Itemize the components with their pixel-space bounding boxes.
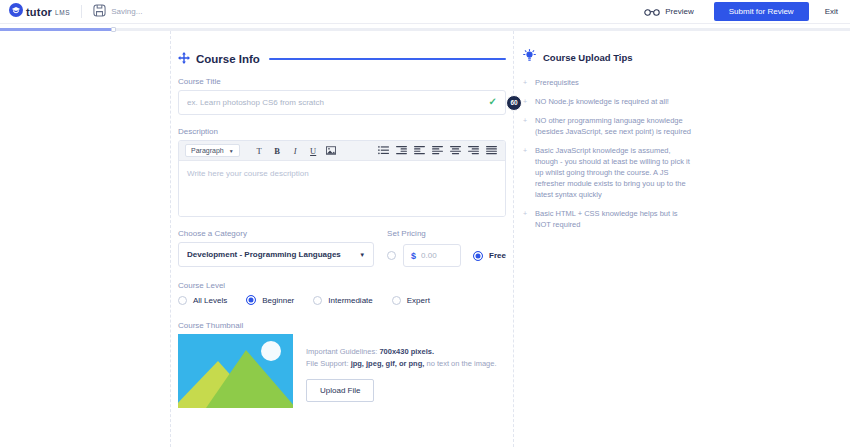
- graduation-cap-icon: [9, 3, 23, 21]
- paid-radio[interactable]: [387, 251, 396, 260]
- course-title-field: ✓ 60: [178, 90, 506, 115]
- radio-label: All Levels: [193, 296, 227, 305]
- tip-text: Basic HTML + CSS knowledge helps but is …: [535, 208, 693, 230]
- chevron-down-icon: ▼: [229, 148, 234, 154]
- pricing-field: Set Pricing $ Free: [387, 229, 506, 267]
- tip-item: +Basic HTML + CSS knowledge helps but is…: [523, 208, 693, 230]
- radio-label: Expert: [407, 296, 430, 305]
- tip-text: Basic JavaScript knowledge is assumed, t…: [535, 145, 693, 200]
- course-upload-tips-sidebar: Course Upload Tips +Prerequisites+NO Nod…: [523, 48, 693, 238]
- course-level-label: Course Level: [178, 281, 506, 290]
- description-textarea[interactable]: [179, 161, 505, 216]
- exit-button[interactable]: Exit: [825, 7, 838, 16]
- logo-text: tutor: [26, 6, 52, 18]
- toolbar-icons-left: TBIU: [252, 143, 339, 158]
- rich-text-editor: Paragraph ▼ TBIU: [178, 140, 506, 217]
- tip-item: +Basic JavaScript knowledge is assumed, …: [523, 145, 693, 200]
- saving-label: Saving...: [111, 7, 142, 16]
- italic-icon[interactable]: I: [288, 143, 303, 158]
- tip-text: NO Node.js knowledge is required at all!: [535, 96, 669, 107]
- free-radio-option[interactable]: Free: [473, 251, 506, 261]
- submit-for-review-button[interactable]: Submit for Review: [714, 2, 809, 21]
- bold-icon[interactable]: B: [270, 143, 285, 158]
- course-level-options: All LevelsBeginnerIntermediateExpert: [178, 295, 506, 305]
- guideline-text: Important Guidelines: 700x430 pixels.: [306, 346, 497, 358]
- logo-suffix: LMS: [55, 9, 70, 16]
- underline-icon[interactable]: U: [306, 143, 321, 158]
- top-bar: tutor LMS Saving... Preview Submit for R…: [0, 0, 850, 24]
- justify-icon[interactable]: [484, 143, 499, 158]
- check-icon: ✓: [489, 97, 497, 107]
- course-level-option-expert[interactable]: Expert: [392, 296, 430, 305]
- text-color-icon[interactable]: T: [252, 143, 267, 158]
- category-value: Development - Programming Languages: [187, 250, 341, 259]
- tutor-lms-logo[interactable]: tutor LMS: [9, 3, 70, 21]
- saving-status: Saving...: [93, 3, 142, 21]
- category-dropdown[interactable]: Development - Programming Languages ▼: [178, 242, 374, 267]
- category-label: Choose a Category: [178, 229, 374, 238]
- course-level-field: Course Level All LevelsBeginnerIntermedi…: [178, 281, 506, 305]
- preview-button[interactable]: Preview: [644, 3, 693, 21]
- plus-icon: +: [523, 208, 527, 230]
- indent-icon[interactable]: [412, 143, 427, 158]
- align-center-icon[interactable]: [448, 143, 463, 158]
- pricing-label: Set Pricing: [387, 229, 506, 238]
- course-level-option-beginner[interactable]: Beginner: [246, 295, 294, 305]
- radio-icon: [392, 296, 401, 305]
- image-icon[interactable]: [324, 143, 339, 158]
- editor-toolbar: Paragraph ▼ TBIU: [179, 141, 505, 161]
- course-title-label: Course Title: [178, 77, 506, 86]
- tip-text: Prerequisites: [535, 77, 579, 88]
- course-level-option-intermediate[interactable]: Intermediate: [313, 296, 372, 305]
- category-pricing-row: Choose a Category Development - Programm…: [178, 229, 506, 267]
- divider: [81, 5, 82, 18]
- paragraph-style-dropdown[interactable]: Paragraph ▼: [185, 144, 240, 157]
- course-title-input[interactable]: [178, 90, 506, 115]
- course-thumbnail-field: Course Thumbnail Important Guidelines: 7…: [178, 321, 506, 408]
- move-icon[interactable]: [178, 50, 190, 68]
- tips-list: +Prerequisites+NO Node.js knowledge is r…: [523, 77, 693, 230]
- radio-label: Intermediate: [328, 296, 372, 305]
- upload-file-button[interactable]: Upload File: [306, 379, 374, 402]
- file-support-text: File Support: jpg, jpeg, gif, or png, no…: [306, 358, 497, 370]
- lightbulb-icon: [523, 48, 536, 66]
- bullet-list-icon[interactable]: [376, 143, 391, 158]
- progress-knob[interactable]: [111, 27, 116, 32]
- radio-label: Beginner: [262, 296, 294, 305]
- course-info-panel: Course Info Course Title ✓ 60 Descriptio…: [170, 31, 514, 447]
- tip-text: NO other programming language knowledge …: [535, 115, 693, 137]
- course-thumbnail-label: Course Thumbnail: [178, 321, 506, 330]
- paragraph-style-value: Paragraph: [191, 147, 224, 154]
- outdent-icon[interactable]: [394, 143, 409, 158]
- price-amount-input[interactable]: [421, 251, 453, 260]
- toolbar-icons-right: [376, 143, 499, 158]
- radio-icon: [473, 251, 483, 261]
- description-label: Description: [178, 127, 506, 136]
- tip-item: +NO Node.js knowledge is required at all…: [523, 96, 693, 107]
- align-left-icon[interactable]: [430, 143, 445, 158]
- price-amount-box: $: [403, 244, 461, 267]
- radio-icon: [313, 296, 322, 305]
- radio-icon: [178, 296, 187, 305]
- radio-icon: [246, 295, 256, 305]
- free-label: Free: [489, 251, 506, 260]
- floppy-disk-icon: [93, 3, 106, 21]
- align-right-icon[interactable]: [466, 143, 481, 158]
- progress-fill: [0, 28, 111, 31]
- section-title: Course Info: [196, 53, 260, 65]
- tip-item: +NO other programming language knowledge…: [523, 115, 693, 137]
- dollar-sign: $: [411, 251, 416, 261]
- description-field: Description Paragraph ▼ TBIU: [178, 127, 506, 217]
- preview-label: Preview: [665, 7, 693, 16]
- tip-item: +Prerequisites: [523, 77, 693, 88]
- chevron-down-icon: ▼: [359, 252, 365, 258]
- section-rule: [269, 58, 506, 60]
- tips-header: Course Upload Tips: [523, 48, 693, 66]
- page: tutor LMS Saving... Preview Submit for R…: [0, 0, 850, 447]
- glasses-icon: [644, 3, 660, 21]
- course-level-option-all-levels[interactable]: All Levels: [178, 296, 227, 305]
- plus-icon: +: [523, 77, 527, 88]
- course-info-header: Course Info: [178, 53, 506, 65]
- thumbnail-guidelines: Important Guidelines: 700x430 pixels. Fi…: [306, 334, 497, 402]
- plus-icon: +: [523, 145, 527, 200]
